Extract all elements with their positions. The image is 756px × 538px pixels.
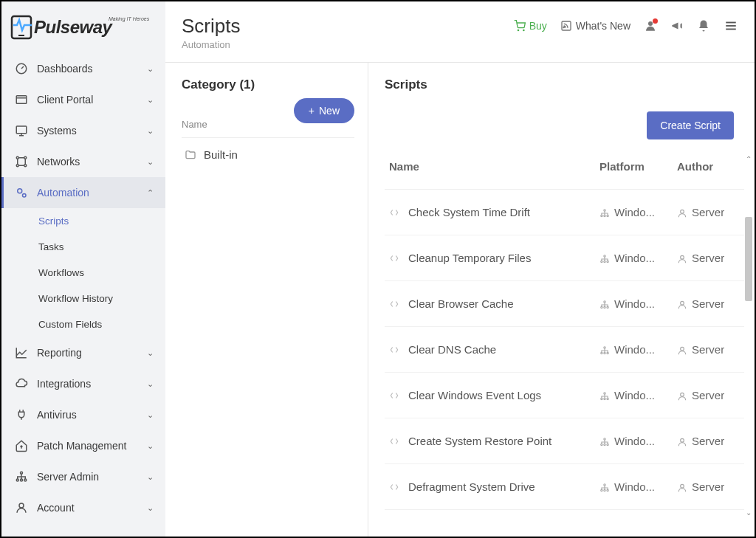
cloud-icon <box>13 377 30 390</box>
script-icon <box>389 253 399 263</box>
sidebar-item-automation[interactable]: Automation ⌃ <box>1 177 165 208</box>
script-row[interactable]: Clear DNS CacheWindo...Server <box>385 327 744 373</box>
sidebar-item-label: Automation <box>37 187 89 199</box>
script-icon <box>389 390 399 401</box>
svg-point-58 <box>604 490 605 492</box>
sidebar-item-reporting[interactable]: Reporting ⌄ <box>1 337 165 368</box>
sidebar-item-dashboards[interactable]: Dashboards ⌄ <box>1 53 165 84</box>
sidebar-sub-tasks[interactable]: Tasks <box>1 234 165 260</box>
chevron-down-icon: ⌄ <box>147 95 154 105</box>
script-name: Clear Windows Event Logs <box>408 389 599 401</box>
platform-icon <box>599 254 610 264</box>
author-icon <box>677 345 687 356</box>
folder-icon <box>185 149 196 161</box>
sidebar-item-label: Client Portal <box>37 94 93 106</box>
svg-point-44 <box>607 352 608 354</box>
sidebar-item-integrations[interactable]: Integrations ⌄ <box>1 368 165 399</box>
sidebar-item-antivirus[interactable]: Antivirus ⌄ <box>1 399 165 430</box>
megaphone-icon[interactable] <box>670 19 684 32</box>
new-category-button[interactable]: + New <box>294 98 354 123</box>
sidebar-sub-workflow-history[interactable]: Workflow History <box>1 286 165 311</box>
svg-point-22 <box>648 21 653 26</box>
pulseway-logo-icon <box>10 15 32 40</box>
window-icon <box>13 93 30 106</box>
sidebar-item-label: Patch Management <box>37 440 126 452</box>
script-name: Clear DNS Cache <box>408 343 599 356</box>
sidebar-item-client-portal[interactable]: Client Portal ⌄ <box>1 84 165 115</box>
bell-icon[interactable] <box>697 19 710 32</box>
topbar: Scripts Automation Buy What's New <box>165 1 755 63</box>
script-row[interactable]: Check System Time DriftWindo...Server <box>385 190 744 235</box>
platform-icon <box>599 208 610 218</box>
script-icon <box>389 482 399 492</box>
script-name: Clear Browser Cache <box>408 297 599 310</box>
whats-new-link[interactable]: What's New <box>560 20 630 32</box>
svg-point-49 <box>607 398 608 399</box>
scroll-down-icon[interactable]: ⌄ <box>746 508 752 517</box>
svg-point-8 <box>16 156 18 159</box>
platform-icon <box>599 300 610 310</box>
sidebar-sub-scripts[interactable]: Scripts <box>1 208 165 234</box>
svg-rect-1 <box>18 35 24 36</box>
col-header-name[interactable]: Name <box>389 160 599 173</box>
script-icon <box>389 436 399 446</box>
scroll-up-icon[interactable]: ⌃ <box>746 155 752 163</box>
chart-icon <box>13 346 30 359</box>
chevron-down-icon: ⌄ <box>147 379 154 389</box>
script-platform: Windo... <box>599 435 677 447</box>
script-author: Server <box>677 343 740 356</box>
svg-point-31 <box>604 255 605 257</box>
main-content: Scripts Automation Buy What's New <box>165 1 755 537</box>
svg-point-43 <box>604 352 605 354</box>
sidebar-item-server-admin[interactable]: Server Admin ⌄ <box>1 461 165 492</box>
svg-point-30 <box>681 210 684 213</box>
svg-point-10 <box>16 165 18 167</box>
buy-link[interactable]: Buy <box>514 20 547 32</box>
scroll-thumb[interactable] <box>745 217 752 301</box>
hamburger-menu-icon[interactable] <box>724 19 738 32</box>
svg-point-60 <box>681 485 684 489</box>
script-platform: Windo... <box>599 389 677 401</box>
svg-point-55 <box>681 439 684 443</box>
chevron-down-icon: ⌄ <box>147 157 154 167</box>
user-menu-icon[interactable] <box>644 19 657 32</box>
sidebar-sub-custom-fields[interactable]: Custom Fields <box>1 311 165 337</box>
script-platform: Windo... <box>599 252 677 264</box>
script-row[interactable]: Clear Windows Event LogsWindo...Server <box>385 373 744 418</box>
sidebar-sub-workflows[interactable]: Workflows <box>1 260 165 286</box>
house-up-icon <box>13 439 30 452</box>
sidebar-item-networks[interactable]: Networks ⌄ <box>1 146 165 177</box>
script-author: Server <box>677 206 740 218</box>
scrollbar[interactable]: ⌃ ⌄ <box>744 155 753 517</box>
notification-dot <box>653 18 658 24</box>
sidebar-item-systems[interactable]: Systems ⌄ <box>1 115 165 146</box>
gears-icon <box>13 186 30 199</box>
author-icon <box>677 300 687 310</box>
script-row[interactable]: Defragment System DriveWindo...Server <box>385 464 744 510</box>
script-row[interactable]: Create System Restore PointWindo...Serve… <box>385 418 744 464</box>
create-script-button[interactable]: Create Script <box>647 111 734 139</box>
sidebar-item-patch-management[interactable]: Patch Management ⌄ <box>1 430 165 461</box>
chevron-down-icon: ⌄ <box>147 472 154 482</box>
svg-point-35 <box>681 255 684 259</box>
chevron-down-icon: ⌄ <box>147 348 154 358</box>
sidebar-item-account[interactable]: Account ⌄ <box>1 492 165 523</box>
script-row[interactable]: Cleanup Temporary FilesWindo...Server <box>385 235 744 281</box>
script-platform: Windo... <box>599 297 677 310</box>
svg-point-52 <box>601 444 602 446</box>
script-row[interactable]: Clear Browser CacheWindo...Server <box>385 281 744 327</box>
svg-point-50 <box>681 393 684 396</box>
svg-rect-5 <box>16 126 27 134</box>
platform-icon <box>599 437 610 447</box>
table-header: Name Platform Author <box>385 153 744 190</box>
col-header-platform[interactable]: Platform <box>599 160 677 173</box>
svg-rect-21 <box>562 21 571 30</box>
brand-logo[interactable]: Pulseway Making IT Heroes <box>1 1 165 53</box>
script-author: Server <box>677 252 740 264</box>
svg-point-51 <box>604 438 605 440</box>
col-header-author[interactable]: Author <box>677 160 740 173</box>
category-row-builtin[interactable]: Built-in <box>182 138 354 171</box>
chevron-down-icon: ⌄ <box>147 64 154 74</box>
brand-tagline: Making IT Heroes <box>109 16 149 21</box>
page-title: Scripts <box>182 15 514 38</box>
